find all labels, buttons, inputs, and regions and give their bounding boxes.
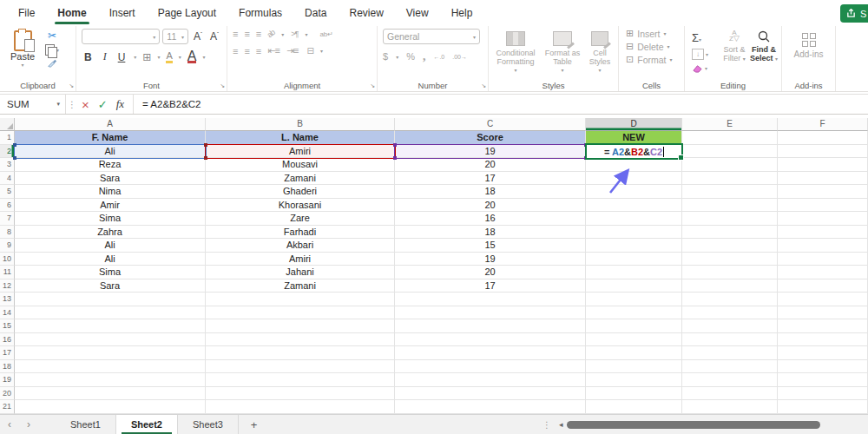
row-header-21[interactable]: 21 <box>0 400 15 414</box>
cell-C17[interactable] <box>395 346 586 360</box>
scrollbar-thumb[interactable] <box>567 421 820 429</box>
align-bottom-icon[interactable]: ≡ <box>256 29 260 39</box>
cell-E19[interactable] <box>682 373 778 387</box>
column-header-e[interactable]: E <box>682 118 778 131</box>
cell-D17[interactable] <box>586 346 682 360</box>
menu-tab-data[interactable]: Data <box>293 0 338 26</box>
cell-E14[interactable] <box>682 306 778 320</box>
cell-B9[interactable]: Akbari <box>206 239 395 253</box>
font-dialog-launcher[interactable]: ↘ <box>220 82 225 89</box>
cell-C18[interactable] <box>395 360 586 374</box>
format-cells-button[interactable]: ⊡ Format▾ <box>619 52 684 65</box>
cell-C11[interactable]: 20 <box>395 266 586 279</box>
cell-E20[interactable] <box>682 387 778 401</box>
scrollbar-track[interactable] <box>567 415 868 434</box>
cell-D7[interactable] <box>586 212 682 226</box>
shrink-font-button[interactable]: Aˇ <box>207 30 221 43</box>
cell-F4[interactable] <box>778 172 868 186</box>
row-header-9[interactable]: 9 <box>0 239 15 253</box>
enter-button[interactable]: ✓ <box>98 98 108 111</box>
fill-handle[interactable] <box>678 155 684 161</box>
cell-C7[interactable]: 16 <box>395 212 586 226</box>
sort-filter-button[interactable]: AZ▽ Sort & Filter ▾ <box>721 30 747 63</box>
cell-A7[interactable]: Sima <box>15 212 206 226</box>
fill-button[interactable]: ↓▾ <box>692 49 708 60</box>
cell-D6[interactable] <box>586 199 682 213</box>
cell-E7[interactable] <box>682 212 778 226</box>
cell-D20[interactable] <box>586 387 682 401</box>
copy-button[interactable]: ▾ <box>45 44 59 56</box>
cell-F15[interactable] <box>778 319 868 333</box>
cell-A3[interactable]: Reza <box>15 158 206 172</box>
paste-button[interactable]: Paste ▾ <box>7 30 38 68</box>
sheet-tab-sheet1[interactable]: Sheet1 <box>56 415 116 434</box>
cell-C5[interactable]: 18 <box>395 185 586 199</box>
row-header-11[interactable]: 11 <box>0 266 15 279</box>
scroll-left-icon[interactable]: ◂ <box>556 420 567 429</box>
cell-F8[interactable] <box>778 226 868 240</box>
cell-E13[interactable] <box>682 293 778 306</box>
formula-input[interactable]: = A2&B2&C2 <box>134 99 201 109</box>
cell-F18[interactable] <box>778 360 868 374</box>
cell-F1[interactable] <box>778 131 868 145</box>
currency-icon[interactable]: $ <box>383 51 388 62</box>
cell-F20[interactable] <box>778 387 868 401</box>
cell-E9[interactable] <box>682 239 778 253</box>
orientation-icon[interactable]: ab <box>266 29 277 40</box>
increase-decimal-icon[interactable]: ←.0 <box>433 54 444 60</box>
underline-button[interactable]: U <box>115 51 128 63</box>
cell-F16[interactable] <box>778 333 868 347</box>
cell-F10[interactable] <box>778 253 868 266</box>
cell-F19[interactable] <box>778 373 868 387</box>
share-button[interactable]: S <box>840 4 868 23</box>
align-right-icon[interactable]: ≡ <box>256 46 260 56</box>
cell-D15[interactable] <box>586 319 682 333</box>
active-edit-cell-d2[interactable]: = A2&B2&C2 <box>585 143 683 160</box>
cell-D11[interactable] <box>586 266 682 279</box>
cell-A4[interactable]: Sara <box>15 172 206 186</box>
cell-B19[interactable] <box>206 373 395 387</box>
cell-D14[interactable] <box>586 306 682 320</box>
cell-B7[interactable]: Zare <box>206 212 395 226</box>
cell-D18[interactable] <box>586 360 682 374</box>
cell-A2[interactable]: Ali <box>15 145 206 159</box>
cell-E21[interactable] <box>682 400 778 414</box>
cell-C14[interactable] <box>395 306 586 320</box>
row-header-15[interactable]: 15 <box>0 319 15 333</box>
cell-C2[interactable]: 19 <box>395 145 586 159</box>
cell-D21[interactable] <box>586 400 682 414</box>
cell-F3[interactable] <box>778 158 868 172</box>
paste-dropdown-icon[interactable]: ▾ <box>7 62 38 68</box>
cell-C20[interactable] <box>395 387 586 401</box>
align-top-icon[interactable]: ≡ <box>233 29 237 39</box>
cell-E10[interactable] <box>682 253 778 266</box>
row-header-17[interactable]: 17 <box>0 346 15 360</box>
cell-A5[interactable]: Nima <box>15 185 206 199</box>
menu-tab-formulas[interactable]: Formulas <box>227 0 293 26</box>
cell-C21[interactable] <box>395 400 586 414</box>
column-header-d[interactable]: D <box>586 118 682 131</box>
cell-A18[interactable] <box>15 360 206 374</box>
cell-E18[interactable] <box>682 360 778 374</box>
clipboard-dialog-launcher[interactable]: ↘ <box>69 82 74 89</box>
cell-E6[interactable] <box>682 199 778 213</box>
row-header-14[interactable]: 14 <box>0 306 15 320</box>
column-header-a[interactable]: A <box>15 118 206 131</box>
select-all-button[interactable] <box>0 118 15 131</box>
wrap-text-icon[interactable]: ab↵ <box>319 30 333 38</box>
decrease-decimal-icon[interactable]: .00→ <box>452 54 467 60</box>
font-name-select[interactable]: ▾ <box>82 29 160 44</box>
cell-F5[interactable] <box>778 185 868 199</box>
cell-C15[interactable] <box>395 319 586 333</box>
increase-indent-icon[interactable]: ⇥≡ <box>286 45 299 56</box>
cell-A16[interactable] <box>15 333 206 347</box>
cell-F11[interactable] <box>778 266 868 279</box>
cell-C12[interactable]: 17 <box>395 279 586 293</box>
menu-tab-page-layout[interactable]: Page Layout <box>147 0 227 26</box>
menu-tab-file[interactable]: File <box>7 0 46 26</box>
cell-B16[interactable] <box>206 333 395 347</box>
cell-F14[interactable] <box>778 306 868 320</box>
cell-B1[interactable]: L. Name <box>206 131 395 145</box>
cell-A14[interactable] <box>15 306 206 320</box>
insert-cells-button[interactable]: ⊞ Insert▾ <box>619 26 684 39</box>
